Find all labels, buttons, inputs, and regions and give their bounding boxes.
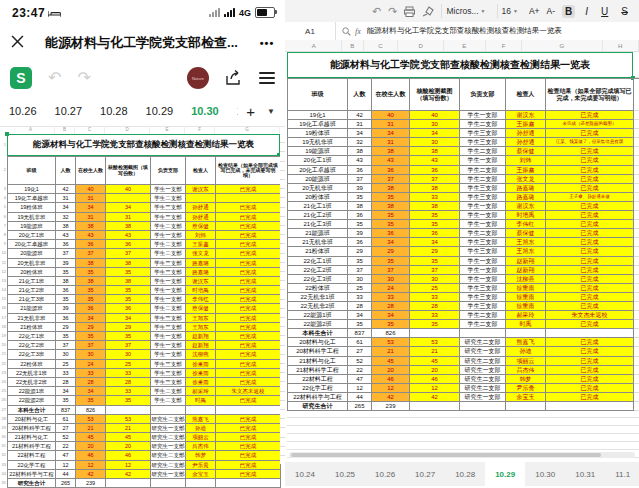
empty-cell[interactable] xyxy=(634,111,639,120)
table-cell[interactable]: 张文龙 xyxy=(186,249,216,258)
table-cell[interactable]: 37 xyxy=(410,266,460,275)
table-cell[interactable]: 20 xyxy=(76,442,106,451)
table-cell[interactable]: 20能源班 xyxy=(8,249,56,258)
table-cell[interactable]: 徐重雨 xyxy=(506,284,546,293)
table-cell[interactable]: 53 xyxy=(410,338,460,347)
table-cell[interactable]: 25 xyxy=(410,284,460,293)
row-number[interactable]: 28 xyxy=(0,414,7,423)
table-cell[interactable]: 34 xyxy=(410,129,460,138)
table-cell[interactable]: 35 xyxy=(348,257,372,266)
table-cell[interactable]: 沈柳燕 xyxy=(186,350,216,359)
table-cell[interactable]: 20化工1班 xyxy=(8,231,56,240)
table-cell[interactable]: 已完成 xyxy=(546,202,634,211)
table-cell[interactable]: 孙舒通 xyxy=(186,213,216,222)
table-cell[interactable]: 38 xyxy=(76,277,106,286)
sheet-title-cell[interactable]: 能源材料与化工学院党支部查核酸检测核查检测结果一览表 xyxy=(287,52,633,78)
table-cell[interactable]: 已完成 xyxy=(216,442,281,451)
table-cell[interactable]: 王旭东 xyxy=(506,238,546,247)
table-cell[interactable]: 34 xyxy=(76,387,106,396)
table-cell[interactable]: 22材料科学与工程 xyxy=(8,470,56,479)
format-painter-icon[interactable] xyxy=(422,6,434,17)
row-number[interactable]: 5 xyxy=(0,202,7,211)
table-cell[interactable]: 检查人 xyxy=(506,79,546,111)
empty-cell[interactable] xyxy=(634,275,639,284)
table-cell[interactable]: 已完成 xyxy=(216,341,281,350)
table-cell[interactable]: 37 xyxy=(348,175,372,184)
table-cell[interactable]: 22化工3班 xyxy=(288,275,348,284)
table-cell[interactable]: 35 xyxy=(348,220,372,229)
table-cell[interactable]: 20 xyxy=(372,366,410,375)
table-cell[interactable]: 已完成 xyxy=(216,350,281,359)
table-cell[interactable]: 31 xyxy=(76,194,106,203)
table-cell[interactable]: 王子睿、孙舒通未做 xyxy=(546,193,634,202)
table-cell[interactable]: 22化工1班 xyxy=(288,257,348,266)
table-cell[interactable]: 研究生一支部 xyxy=(151,424,186,433)
row-number[interactable]: 35 xyxy=(0,478,7,487)
table-cell[interactable]: 25 xyxy=(56,360,76,369)
table-cell[interactable]: 21粉体班 xyxy=(288,247,348,256)
table-cell[interactable]: 未完成（还差陈丽的截图） xyxy=(546,120,634,129)
row-number[interactable]: 6 xyxy=(0,212,7,221)
table-cell[interactable]: 19化工卓越班 xyxy=(288,120,348,129)
table-cell[interactable]: 30 xyxy=(56,350,76,359)
bold-button[interactable]: B xyxy=(562,5,575,18)
empty-cell[interactable] xyxy=(634,166,639,175)
table-cell[interactable]: 徐重雨 xyxy=(506,302,546,311)
table-cell[interactable]: 35 xyxy=(76,332,106,341)
column-header[interactable]: F xyxy=(185,126,215,134)
row-number[interactable]: 18 xyxy=(0,322,7,331)
table-cell[interactable]: 江某、钱某做了，但采集信息有误 xyxy=(546,138,634,147)
table-cell[interactable]: 22无机非2班 xyxy=(288,302,348,311)
table-cell[interactable]: 王旭东 xyxy=(186,323,216,332)
table-cell[interactable]: 研究生一支部 xyxy=(460,347,506,356)
empty-cell[interactable] xyxy=(634,220,639,229)
table-cell[interactable]: 38 xyxy=(348,147,372,156)
table-cell[interactable]: 学生一支部 xyxy=(151,231,186,240)
table-cell[interactable]: 20材料与化工 xyxy=(8,415,56,424)
table-cell[interactable]: 已完成 xyxy=(546,384,634,393)
table-cell[interactable]: 53 xyxy=(372,338,410,347)
empty-cell[interactable] xyxy=(634,257,639,266)
table-cell[interactable]: 学生三支部 xyxy=(151,369,186,378)
table-cell[interactable]: 22无机非1班 xyxy=(8,369,56,378)
table-cell[interactable]: 20化工卓越班 xyxy=(8,240,56,249)
table-cell[interactable]: 39 xyxy=(348,229,372,238)
table-cell[interactable]: 已完成 xyxy=(216,360,281,369)
table-cell[interactable]: 孙舒通 xyxy=(506,138,546,147)
table-cell[interactable]: 36 xyxy=(56,286,76,295)
table-cell[interactable]: 19粉体班 xyxy=(8,203,56,212)
table-cell[interactable]: 蔡保健 xyxy=(186,222,216,231)
table-cell[interactable]: 孙迪 xyxy=(186,424,216,433)
table-cell[interactable]: 20材料科学工程 xyxy=(288,347,348,356)
table-cell[interactable]: 赵新翔 xyxy=(506,266,546,275)
row-number[interactable]: 7 xyxy=(0,221,7,230)
table-cell[interactable]: 谢汉东 xyxy=(506,202,546,211)
table-cell[interactable]: 35 xyxy=(372,193,410,202)
table-cell[interactable] xyxy=(216,406,281,415)
table-cell[interactable]: 22化学工程 xyxy=(288,384,348,393)
table-cell[interactable]: 人数 xyxy=(56,157,76,185)
table-cell[interactable]: 28 xyxy=(76,378,106,387)
row-number[interactable]: 16 xyxy=(0,303,7,312)
table-cell[interactable]: 33 xyxy=(410,193,460,202)
table-cell[interactable]: 20材料科学工程 xyxy=(8,424,56,433)
empty-cell[interactable] xyxy=(634,366,639,375)
table-cell[interactable]: 38 xyxy=(410,184,460,193)
table-cell[interactable]: 负责支部 xyxy=(460,79,506,111)
table-cell[interactable]: 已完成 xyxy=(546,211,634,220)
table-cell[interactable]: 已完成 xyxy=(546,338,634,347)
table-cell[interactable]: 已完成 xyxy=(546,156,634,165)
table-cell[interactable]: 已完成 xyxy=(546,266,634,275)
table-cell[interactable]: 21化工2班 xyxy=(8,286,56,295)
table-cell[interactable]: 47 xyxy=(348,375,372,384)
table-cell[interactable]: 37 xyxy=(106,341,151,350)
table-cell[interactable]: 21材料与化工 xyxy=(288,357,348,366)
table-cell[interactable]: 21能源班 xyxy=(288,229,348,238)
empty-cell[interactable] xyxy=(634,175,639,184)
table-cell[interactable]: 22无机非1班 xyxy=(288,293,348,302)
table-cell[interactable]: 21 xyxy=(410,347,460,356)
table-cell[interactable]: 学生一支部 xyxy=(151,332,186,341)
table-cell[interactable]: 已完成 xyxy=(216,203,281,212)
table-cell[interactable]: 21化工2班 xyxy=(288,211,348,220)
table-cell[interactable]: 45 xyxy=(372,357,410,366)
